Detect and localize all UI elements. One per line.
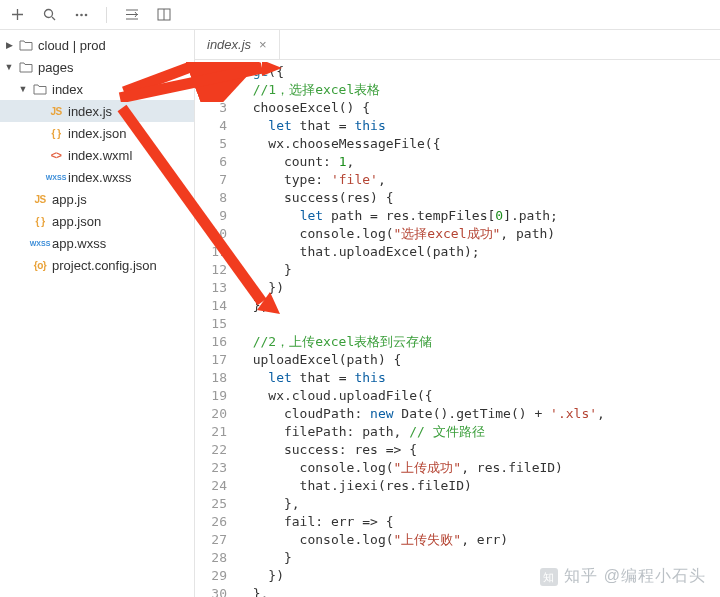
chevron-right-icon[interactable]: ▶ (4, 40, 14, 50)
js-icon: JS (47, 106, 65, 117)
wxml-icon: <> (47, 150, 65, 161)
tree-item-label: index.wxml (68, 148, 132, 163)
tree-item-projcfg[interactable]: {o}project.config.json (0, 254, 194, 276)
folder-icon (17, 61, 35, 73)
wxss-icon: WXSS (31, 240, 49, 247)
tree-item-indexwxss[interactable]: WXSSindex.wxss (0, 166, 194, 188)
tree-item-index[interactable]: ▼index (0, 78, 194, 100)
json-icon: { } (31, 216, 49, 227)
tree-item-appjs[interactable]: JSapp.js (0, 188, 194, 210)
tree-item-indexwxml[interactable]: <>index.wxml (0, 144, 194, 166)
line-gutter: 1234567891011121314151617181920212223242… (195, 60, 237, 597)
chevron-down-icon[interactable]: ▼ (4, 62, 14, 72)
tree-item-label: index.wxss (68, 170, 132, 185)
folder-icon (17, 39, 35, 51)
tree-item-label: app.json (52, 214, 101, 229)
svg-point-2 (80, 13, 83, 16)
editor-tabs: index.js × (195, 30, 720, 60)
folder-icon (31, 83, 49, 95)
close-icon[interactable]: × (259, 37, 267, 52)
tree-item-cloud[interactable]: ▶cloud | prod (0, 34, 194, 56)
cfg-icon: {o} (31, 260, 49, 271)
toolbar-separator (106, 7, 107, 23)
chevron-down-icon[interactable]: ▼ (18, 84, 28, 94)
tree-item-label: cloud | prod (38, 38, 106, 53)
collapse-icon[interactable] (125, 8, 139, 22)
tree-item-label: pages (38, 60, 73, 75)
tree-item-label: app.js (52, 192, 87, 207)
tree-item-appjson[interactable]: { }app.json (0, 210, 194, 232)
tree-item-appwxss[interactable]: WXSSapp.wxss (0, 232, 194, 254)
tree-item-label: index (52, 82, 83, 97)
file-explorer[interactable]: ▶cloud | prod▼pages▼indexJSindex.js{ }in… (0, 30, 195, 597)
tree-item-label: index.js (68, 104, 112, 119)
tree-item-indexjs[interactable]: JSindex.js (0, 100, 194, 122)
split-icon[interactable] (157, 8, 171, 22)
code-editor[interactable]: 1234567891011121314151617181920212223242… (195, 60, 720, 597)
new-file-icon[interactable] (10, 8, 24, 22)
more-icon[interactable] (74, 8, 88, 22)
json-icon: { } (47, 128, 65, 139)
tree-item-pages[interactable]: ▼pages (0, 56, 194, 78)
svg-point-3 (84, 13, 87, 16)
code-content[interactable]: Page({ //1，选择excel表格 chooseExcel() { let… (237, 60, 720, 597)
tab-indexjs[interactable]: index.js × (195, 30, 280, 59)
tree-item-label: project.config.json (52, 258, 157, 273)
svg-point-0 (44, 10, 52, 18)
tree-item-indexjson[interactable]: { }index.json (0, 122, 194, 144)
toolbar (0, 0, 720, 30)
editor-area: index.js × 12345678910111213141516171819… (195, 30, 720, 597)
tree-item-label: index.json (68, 126, 127, 141)
wxss-icon: WXSS (47, 174, 65, 181)
svg-point-1 (75, 13, 78, 16)
tree-item-label: app.wxss (52, 236, 106, 251)
search-icon[interactable] (42, 8, 56, 22)
js-icon: JS (31, 194, 49, 205)
tab-label: index.js (207, 37, 251, 52)
